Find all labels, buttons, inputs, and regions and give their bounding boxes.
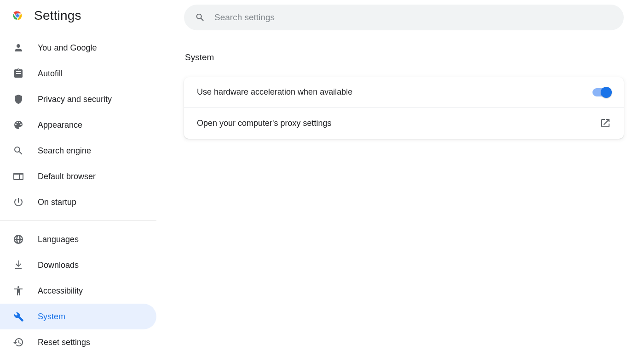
nav-item-default-browser[interactable]: Default browser xyxy=(0,164,156,189)
download-icon xyxy=(13,260,24,271)
nav-item-privacy-security[interactable]: Privacy and security xyxy=(0,86,156,112)
palette-icon xyxy=(13,119,24,130)
browser-icon xyxy=(13,171,24,182)
section-title: System xyxy=(184,52,624,62)
search-bar[interactable] xyxy=(184,5,624,30)
nav-item-you-and-google[interactable]: You and Google xyxy=(0,35,156,61)
nav-label: Autofill xyxy=(38,69,63,79)
nav-item-reset[interactable]: Reset settings xyxy=(0,329,156,355)
wrench-icon xyxy=(13,311,24,322)
brand: Settings xyxy=(0,8,156,35)
accessibility-icon xyxy=(13,285,24,296)
nav-label: Privacy and security xyxy=(38,95,112,104)
nav-group-1: You and Google Autofill Privacy and secu… xyxy=(0,35,156,215)
nav-group-2: Languages Downloads Accessibility System… xyxy=(0,226,156,355)
sidebar: Settings You and Google Autofill Privacy… xyxy=(0,0,156,362)
nav-label: Downloads xyxy=(38,260,79,270)
row-proxy[interactable]: Open your computer's proxy settings xyxy=(184,107,624,139)
row-label: Use hardware acceleration when available xyxy=(197,87,352,97)
nav-label: Languages xyxy=(38,235,79,244)
row-label: Open your computer's proxy settings xyxy=(197,119,332,128)
search-input[interactable] xyxy=(213,12,613,23)
row-hw-accel[interactable]: Use hardware acceleration when available xyxy=(184,77,624,107)
person-icon xyxy=(13,42,24,53)
nav-label: Default browser xyxy=(38,172,96,181)
nav-label: System xyxy=(38,312,65,322)
settings-card: Use hardware acceleration when available… xyxy=(184,77,624,139)
brand-title: Settings xyxy=(34,8,81,23)
nav-item-system[interactable]: System xyxy=(0,304,156,329)
nav-item-languages[interactable]: Languages xyxy=(0,226,156,252)
toggle-hw-accel[interactable] xyxy=(592,88,611,96)
nav-item-search-engine[interactable]: Search engine xyxy=(0,138,156,164)
clipboard-icon xyxy=(13,68,24,79)
nav-item-downloads[interactable]: Downloads xyxy=(0,252,156,278)
external-link-icon xyxy=(600,118,611,129)
search-icon xyxy=(13,145,24,156)
toggle-knob xyxy=(601,87,612,98)
nav-label: Appearance xyxy=(38,120,82,130)
search-icon xyxy=(195,12,205,23)
nav-label: On startup xyxy=(38,198,76,207)
nav-label: You and Google xyxy=(38,43,97,53)
nav-item-accessibility[interactable]: Accessibility xyxy=(0,278,156,304)
chrome-logo-icon xyxy=(11,9,24,22)
shield-icon xyxy=(13,94,24,105)
nav-item-on-startup[interactable]: On startup xyxy=(0,189,156,215)
nav-label: Accessibility xyxy=(38,286,83,296)
globe-icon xyxy=(13,234,24,245)
history-icon xyxy=(13,337,24,348)
main: System Use hardware acceleration when av… xyxy=(156,0,644,362)
power-icon xyxy=(13,197,24,208)
nav-item-autofill[interactable]: Autofill xyxy=(0,61,156,86)
nav-divider xyxy=(0,221,156,221)
nav-label: Search engine xyxy=(38,146,91,156)
nav-item-appearance[interactable]: Appearance xyxy=(0,112,156,138)
nav-label: Reset settings xyxy=(38,338,90,347)
